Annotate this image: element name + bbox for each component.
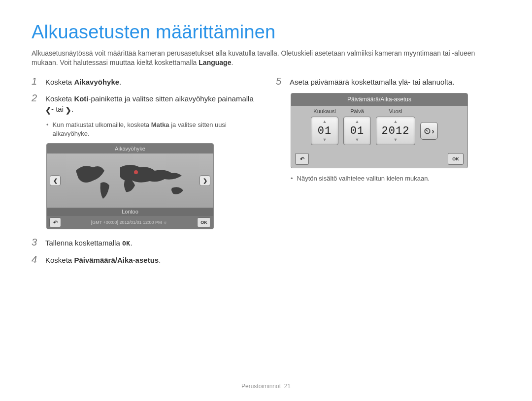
arrow-up-icon: ▲ bbox=[311, 120, 338, 123]
arrow-down-icon: ▼ bbox=[344, 138, 370, 142]
step1-bold: Aikavyöhyke bbox=[74, 78, 119, 86]
ok-label: OK bbox=[452, 156, 459, 162]
footer-section: Perustoiminnot bbox=[241, 383, 281, 390]
intro-text: Alkuasetusnäytössä voit määrittää kamera… bbox=[32, 49, 500, 67]
year-spinner[interactable]: ▲ 2012 ▼ bbox=[376, 117, 415, 145]
step-number: 5 bbox=[276, 76, 285, 86]
ok-label: OK bbox=[200, 219, 207, 225]
dt-labels: Kuukausi Päivä Vuosi bbox=[291, 106, 467, 115]
arrow-right-icon: ❯ bbox=[66, 106, 71, 115]
intro-suffix: . bbox=[231, 59, 233, 66]
month-value: 01 bbox=[311, 124, 338, 139]
dt-title: Päivämäärä/Aika-asetus bbox=[291, 93, 467, 105]
step2-pre: Kosketa bbox=[45, 94, 74, 103]
step-3: 3 Tallenna koskettamalla OK. bbox=[32, 237, 256, 248]
day-value: 01 bbox=[344, 124, 370, 139]
step4-pre: Kosketa bbox=[45, 256, 74, 264]
step4-post: . bbox=[159, 256, 161, 264]
datetime-screen: Päivämäärä/Aika-asetus Kuukausi Päivä Vu… bbox=[291, 93, 468, 168]
step1-post: . bbox=[119, 78, 121, 86]
step2-bold: Koti bbox=[74, 94, 88, 103]
intro-prefix: Alkuasetusnäytössä voit määrittää kamera… bbox=[32, 49, 475, 66]
dt-back-button[interactable]: ↶ bbox=[295, 153, 309, 165]
step-2: 2 Kosketa Koti-painiketta ja valitse sit… bbox=[32, 93, 256, 115]
label-day: Päivä bbox=[343, 108, 371, 115]
step3-pre: Tallenna koskettamalla bbox=[45, 239, 122, 247]
intro-bold: Language bbox=[199, 59, 231, 66]
footer-page: 21 bbox=[284, 383, 291, 390]
step2-bullet: Kun matkustat ulkomaille, kosketa Matka … bbox=[46, 121, 256, 138]
b5-text: Näytön sisältö vaihtelee valitun kielen … bbox=[297, 174, 430, 183]
step3-post: . bbox=[131, 239, 133, 247]
tz-arrow-right-button[interactable]: ❯ bbox=[200, 175, 210, 186]
step-4: 4 Kosketa Päivämäärä/Aika-asetus. bbox=[32, 254, 256, 265]
arrow-down-icon: ▼ bbox=[376, 138, 415, 142]
tz-ok-button[interactable]: OK bbox=[197, 217, 211, 227]
label-year: Vuosi bbox=[376, 108, 415, 115]
tz-city: Lontoo bbox=[122, 209, 138, 215]
page-title: Alkuasetusten määrittäminen bbox=[32, 20, 500, 45]
arrow-left-icon: ❮ bbox=[53, 177, 58, 185]
clock-icon: ⏲› bbox=[424, 126, 434, 137]
step5-text: Aseta päivämäärä koskettamalla ylä- tai … bbox=[290, 76, 454, 87]
step1-pre: Kosketa bbox=[45, 78, 74, 86]
arrow-down-icon: ▼ bbox=[311, 138, 338, 142]
timezone-screen: Aikavyöhyke ❮ bbox=[46, 143, 214, 230]
step-5: 5 Aseta päivämäärä koskettamalla ylä- ta… bbox=[276, 76, 500, 87]
arrow-left-icon: ❮ bbox=[45, 106, 51, 115]
or-text: - tai bbox=[51, 105, 66, 113]
time-toggle-button[interactable]: ⏲› bbox=[420, 122, 438, 140]
tz-back-button[interactable]: ↶ bbox=[49, 217, 61, 227]
label-month: Kuukausi bbox=[311, 108, 338, 115]
step2-mid: -painiketta ja valitse sitten aikavyöhyk… bbox=[89, 94, 254, 103]
day-spinner[interactable]: ▲ 01 ▼ bbox=[343, 117, 371, 145]
step5-bullet: Näytön sisältö vaihtelee valitun kielen … bbox=[291, 174, 500, 183]
back-icon: ↶ bbox=[53, 219, 58, 226]
step2-post: . bbox=[71, 105, 73, 113]
year-value: 2012 bbox=[376, 124, 415, 139]
tz-arrow-left-button[interactable]: ❮ bbox=[50, 175, 61, 186]
step-1: 1 Kosketa Aikavyöhyke. bbox=[32, 76, 256, 87]
arrow-up-icon: ▲ bbox=[344, 120, 370, 123]
b2-pre: Kun matkustat ulkomaille, kosketa bbox=[53, 121, 151, 128]
step-number: 3 bbox=[32, 237, 40, 247]
tz-title: Aikavyöhyke bbox=[47, 144, 213, 154]
tz-info: [GMT +00:00] 2012/01/01 12:00 PM ☼ bbox=[61, 219, 197, 225]
arrow-right-icon: ❯ bbox=[203, 177, 207, 185]
month-spinner[interactable]: ▲ 01 ▼ bbox=[311, 117, 338, 145]
arrow-up-icon: ▲ bbox=[376, 120, 415, 123]
step-number: 1 bbox=[32, 76, 40, 86]
step4-bold: Päivämäärä/Aika-asetus bbox=[74, 256, 159, 264]
world-map-icon bbox=[61, 154, 200, 208]
dt-ok-button[interactable]: OK bbox=[448, 153, 464, 165]
b2-bold: Matka bbox=[151, 121, 169, 128]
back-icon: ↶ bbox=[300, 155, 304, 163]
page-footer: Perustoiminnot 21 bbox=[0, 382, 532, 390]
step-number: 2 bbox=[32, 93, 40, 103]
step-number: 4 bbox=[32, 254, 40, 264]
ok-icon: OK bbox=[122, 240, 131, 247]
svg-point-0 bbox=[134, 170, 138, 174]
